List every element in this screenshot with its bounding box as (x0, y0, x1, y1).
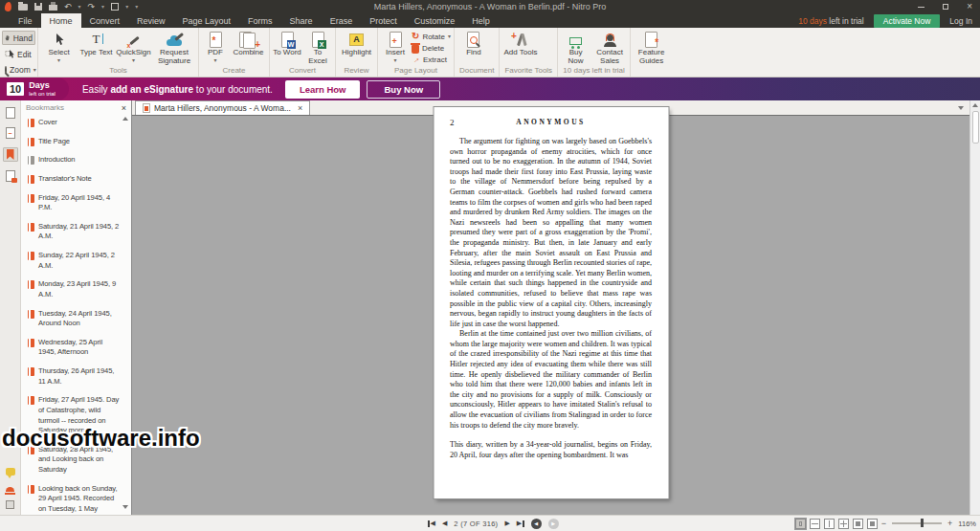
bookmark-item[interactable]: Looking back on Sunday, 29 April 1945. R… (28, 484, 122, 515)
select-button[interactable]: Select ▾ (41, 30, 77, 63)
zoom-slider-handle[interactable] (921, 519, 924, 527)
scroll-up-icon[interactable] (972, 103, 978, 107)
close-icon[interactable]: × (298, 103, 302, 113)
tab-review[interactable]: Review (128, 13, 174, 28)
insert-button[interactable]: + Insert ▾ (381, 30, 410, 63)
vertical-scrollbar[interactable] (969, 100, 980, 515)
add-tools-button[interactable]: + Add Tools (502, 30, 538, 57)
highlight-button[interactable]: A Highlight (339, 30, 374, 57)
bookmark-item[interactable]: Title Page (28, 137, 122, 147)
type-text-button[interactable]: T Type Text (78, 30, 114, 57)
maximize-icon[interactable] (943, 4, 948, 10)
ribbon-group-trial: Buy Now Contact Sales 10 days left in tr… (558, 28, 631, 77)
page-indicator[interactable]: 2 (7 OF 316) (454, 520, 498, 528)
to-excel-button[interactable]: X To Excel (303, 30, 332, 66)
edit-tool-button[interactable]: Edit (2, 47, 35, 61)
minimize-icon[interactable] (918, 7, 924, 8)
tab-page-layout[interactable]: Page Layout (174, 13, 240, 28)
paragraph: Berlin at the time contained just over t… (450, 329, 652, 431)
security-panel-icon[interactable] (6, 170, 15, 182)
paragraph: This diary, written by a 34-year-old jou… (450, 440, 652, 460)
bookmark-icon (28, 194, 34, 203)
edit-cursor-icon (5, 49, 14, 59)
bookmark-item[interactable]: Cover (28, 118, 122, 128)
bookmark-item[interactable]: Friday, 20 April 1945, 4 P.M. (28, 193, 122, 213)
bookmark-item[interactable]: Sunday, 22 April 1945, 2 A.M. (28, 251, 122, 271)
delete-button[interactable]: Delete (412, 43, 451, 54)
tab-customize[interactable]: Customize (406, 13, 464, 28)
pdf-button[interactable]: * PDF ▾ (202, 30, 229, 63)
bookmark-item[interactable]: Translator's Note (28, 174, 122, 185)
to-word-button[interactable]: W To Word (273, 30, 301, 57)
bookmark-icon (28, 310, 34, 319)
zoom-in-icon[interactable]: + (947, 519, 952, 528)
chevron-down-icon: ▾ (33, 67, 36, 73)
presentation-view-icon[interactable] (867, 519, 878, 529)
zoom-slider[interactable] (892, 522, 942, 524)
bookmark-item[interactable]: Introduction (28, 155, 122, 166)
group-caption: Favorite Tools (502, 66, 554, 77)
first-page-button[interactable]: ◀ (428, 520, 435, 527)
hand-tool-button[interactable]: Hand (2, 31, 35, 45)
scroll-up-icon[interactable] (122, 117, 128, 121)
hand-icon (5, 33, 11, 43)
group-caption: Page Layout (381, 66, 451, 77)
close-icon[interactable]: × (122, 103, 126, 113)
tab-list-dropdown-icon[interactable] (958, 106, 964, 110)
close-icon[interactable]: × (967, 2, 972, 11)
tab-protect[interactable]: Protect (361, 13, 406, 28)
document-tab[interactable]: Marta Hillers, Anonymous - A Woma... × (135, 100, 310, 115)
scroll-down-icon[interactable] (122, 505, 128, 509)
continuous-facing-view-icon[interactable] (838, 519, 849, 529)
headset-person-icon (603, 33, 617, 47)
zoom-tool-button[interactable]: Zoom ▾ (2, 63, 35, 77)
activate-now-button[interactable]: Activate Now (874, 14, 941, 28)
last-page-button[interactable]: ▶ (517, 520, 524, 527)
next-view-button[interactable]: ▶ (548, 519, 559, 529)
stamps-panel-icon[interactable] (6, 487, 14, 492)
status-bar: ◀ ◀ 2 (7 OF 316) ▶ ▶ ◀ ▶ − + 116% (0, 515, 980, 531)
zoom-out-icon[interactable]: − (881, 519, 886, 528)
tab-share[interactable]: Share (281, 13, 322, 28)
mode-buttons: Hand Edit Zoom ▾ (0, 28, 38, 77)
continuous-view-icon[interactable] (810, 519, 820, 529)
next-page-button[interactable]: ▶ (504, 520, 509, 527)
ribbon-group-tools: Select ▾ T Type Text QuickSign ▾ Request… (38, 28, 199, 77)
bookmark-item[interactable]: Tuesday, 24 April 1945, Around Noon (28, 309, 122, 329)
tab-help[interactable]: Help (463, 13, 499, 28)
bookmark-item[interactable]: Thursday, 26 April 1945, 11 A.M. (28, 366, 122, 387)
bookmark-item[interactable]: Monday, 23 April 1945, 9 A.M. (28, 279, 122, 299)
tab-forms[interactable]: Forms (239, 13, 281, 28)
pages-panel-icon[interactable] (6, 107, 15, 119)
previous-page-button[interactable]: ◀ (442, 520, 447, 527)
tab-erase[interactable]: Erase (322, 13, 362, 28)
find-button[interactable]: Find (457, 30, 490, 57)
tab-file[interactable]: File (10, 13, 41, 28)
scrollbar-thumb[interactable] (972, 111, 979, 144)
facing-pages-view-icon[interactable] (824, 519, 835, 529)
extract-button[interactable]: → Extract (412, 55, 451, 64)
banner-buy-now-button[interactable]: Buy Now (367, 80, 440, 99)
previous-view-button[interactable]: ◀ (531, 519, 542, 529)
combine-button[interactable]: + Combine (231, 30, 266, 57)
contact-sales-button[interactable]: Contact Sales (592, 30, 627, 66)
log-in-button[interactable]: Log In (949, 16, 972, 26)
attachments-panel-icon[interactable] (6, 500, 14, 509)
feature-guides-button[interactable]: * Feature Guides (634, 30, 669, 66)
buy-now-button[interactable]: Buy Now (561, 30, 590, 66)
bookmark-item[interactable]: Wednesday, 25 April 1945, Afternoon (28, 338, 122, 358)
bookmark-icon (28, 485, 34, 494)
quicksign-button[interactable]: QuickSign ▾ (116, 30, 151, 63)
single-page-view-icon[interactable] (795, 519, 806, 529)
request-signature-button[interactable]: Request Signature (153, 30, 195, 66)
full-screen-view-icon[interactable] (853, 519, 863, 529)
rotate-button[interactable]: ↻ Rotate ▾ (412, 32, 451, 41)
bookmarks-panel-icon[interactable] (3, 147, 18, 162)
signatures-panel-icon[interactable]: ~ (6, 127, 15, 139)
bookmark-item[interactable]: Saturday, 21 April 1945, 2 A.M. (28, 222, 122, 242)
comments-panel-icon[interactable] (6, 468, 15, 476)
document-area: Marta Hillers, Anonymous - A Woma... × 2… (132, 100, 969, 515)
tab-home[interactable]: Home (41, 13, 81, 28)
tab-convert[interactable]: Convert (81, 13, 129, 28)
learn-how-button[interactable]: Learn How (285, 80, 361, 99)
